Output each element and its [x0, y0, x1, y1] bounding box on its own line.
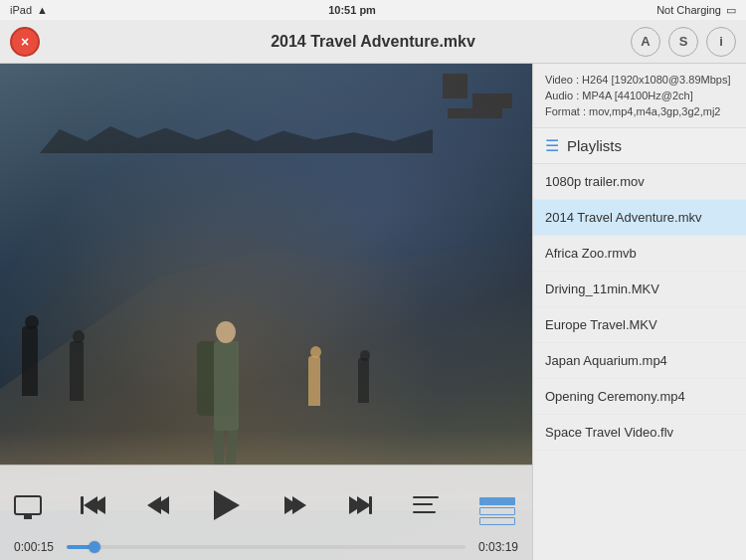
ff-tri2 — [292, 496, 306, 514]
controls-bar: 0:00:15 0:03:19 — [0, 465, 532, 560]
ff-icon — [284, 496, 306, 514]
status-left: iPad ▲ — [10, 4, 48, 16]
progress-track[interactable] — [67, 545, 466, 549]
playlists-section: ☰ Playlists 1080p trailer.mov2014 Travel… — [533, 128, 746, 560]
play-icon — [214, 490, 240, 520]
playlist-item[interactable]: 1080p trailer.mov — [533, 164, 746, 200]
screen-button[interactable] — [10, 487, 46, 523]
playlist-items-list: 1080p trailer.mov2014 Travel Adventure.m… — [533, 164, 746, 560]
video-background: 0:00:15 0:03:19 — [0, 64, 532, 560]
playlist-item[interactable]: Africa Zoo.rmvb — [533, 236, 746, 272]
title-left: × — [10, 27, 40, 57]
screen-icon — [14, 495, 42, 515]
video-area: 0:00:15 0:03:19 — [0, 64, 532, 560]
status-bar: iPad ▲ 10:51 pm Not Charging ▭ — [0, 0, 746, 20]
figure-3 — [308, 356, 320, 406]
status-right: Not Charging ▭ — [656, 4, 736, 17]
list-line-1 — [413, 496, 439, 498]
ipad-label: iPad — [10, 4, 32, 16]
figure-4-head — [360, 350, 370, 361]
playlist-item[interactable]: Europe Travel.MKV — [533, 307, 746, 343]
wifi-icon: ▲ — [37, 4, 48, 16]
volume-indicator — [472, 485, 522, 525]
skip-forward-icon — [349, 496, 372, 514]
close-button[interactable]: × — [10, 27, 40, 57]
queue-button[interactable] — [408, 487, 444, 523]
sf-bar — [369, 496, 372, 514]
figure-3-head — [310, 346, 321, 358]
skip-back-icon — [81, 496, 105, 514]
list-line-3 — [413, 511, 436, 513]
format-info: Format : mov,mp4,m4a,3gp,3g2,mj2 — [545, 103, 734, 119]
title-right-buttons: A S i — [631, 27, 736, 57]
progress-row: 0:00:15 0:03:19 — [10, 540, 522, 554]
playlist-item[interactable]: Japan Aquarium.mp4 — [533, 343, 746, 379]
subtitle-button[interactable]: S — [668, 27, 698, 57]
figure-1 — [22, 326, 38, 396]
queue-icon — [413, 494, 439, 516]
audio-info: Audio : MP4A [44100Hz@2ch] — [545, 88, 734, 103]
info-section: Video : H264 [1920x1080@3.89Mbps] Audio … — [533, 64, 746, 128]
total-time: 0:03:19 — [473, 540, 518, 554]
playlist-list-icon: ☰ — [545, 136, 559, 155]
progress-thumb[interactable] — [89, 541, 100, 553]
current-time: 0:00:15 — [14, 540, 59, 554]
video-title: 2014 Travel Adventure.mkv — [271, 33, 475, 51]
play-button[interactable] — [205, 483, 249, 527]
figure-2-head — [73, 330, 85, 343]
fastforward-button[interactable] — [278, 487, 313, 523]
rewind-button[interactable] — [140, 487, 176, 523]
control-buttons — [10, 473, 522, 536]
backpacker-body — [214, 341, 239, 431]
skip-forward-button[interactable] — [342, 487, 378, 523]
title-bar: × 2014 Travel Adventure.mkv A S i — [0, 20, 746, 64]
vol-bar-1 — [479, 517, 515, 525]
rw-tri2 — [155, 496, 169, 514]
skip-tri-left2 — [92, 496, 105, 514]
figure-4 — [358, 358, 369, 403]
status-time: 10:51 pm — [328, 4, 376, 16]
backpacker — [194, 232, 274, 431]
info-button[interactable]: i — [706, 27, 736, 57]
list-line-2 — [413, 503, 434, 505]
skip-back-button[interactable] — [75, 487, 110, 523]
video-info: Video : H264 [1920x1080@3.89Mbps] — [545, 72, 734, 88]
playlist-item[interactable]: Space Travel Video.flv — [533, 415, 746, 451]
playlist-item[interactable]: 2014 Travel Adventure.mkv — [533, 200, 746, 236]
playlists-title: Playlists — [567, 137, 622, 154]
vol-bar-3 — [479, 497, 515, 505]
figure-1-head — [25, 315, 39, 329]
playlist-item[interactable]: Driving_11min.MKV — [533, 272, 746, 307]
not-charging-label: Not Charging — [656, 4, 721, 16]
backpacker-head — [216, 321, 236, 343]
playlists-header: ☰ Playlists — [533, 128, 746, 164]
battery-icon: ▭ — [726, 4, 736, 17]
rewind-icon — [147, 496, 169, 514]
airplay-button[interactable]: A — [631, 27, 660, 57]
right-panel: Video : H264 [1920x1080@3.89Mbps] Audio … — [532, 64, 746, 560]
figure-2 — [70, 341, 84, 401]
playlist-item[interactable]: Opening Ceremony.mp4 — [533, 379, 746, 415]
vol-bar-2 — [479, 507, 515, 515]
